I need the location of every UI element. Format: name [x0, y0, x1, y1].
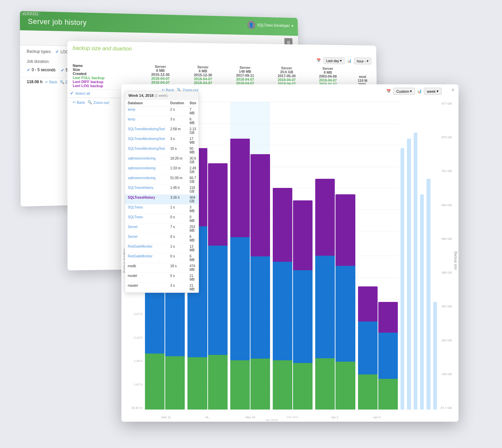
tooltip-row-11-dur: 1 s: [168, 204, 187, 214]
user-avatar: 👤: [247, 21, 256, 29]
tooltip-row-5-db: SQLTreeoMonitoringTest: [125, 146, 168, 156]
size-label-8: 195 GB: [437, 372, 452, 376]
tooltip-row-12-db: SQLTreeo: [125, 214, 168, 224]
size-label-7: 293 GB: [437, 339, 452, 342]
tooltip-row-18-db: model: [125, 273, 168, 283]
bar-2b: [208, 163, 228, 410]
back-panel-title: Server job history: [28, 17, 87, 27]
tooltip-col-duration: Duration: [168, 100, 187, 107]
middle-zoom-btn[interactable]: 🔍 Zoom-out: [88, 100, 109, 105]
tooltip-row-14-db: Secret: [125, 234, 168, 244]
size-label-4: 586 GB: [437, 237, 452, 241]
tooltip-row-15-db: RedGateMonitor: [125, 244, 168, 253]
duration-0-5s[interactable]: ✔ 0 - 5 seconds: [27, 67, 55, 73]
y-label-13: 33:20 m: [127, 406, 142, 410]
tooltip-row-14-size: 6 MB: [187, 234, 199, 244]
bar-5a: [315, 179, 335, 410]
tooltip-row-2-db: temp: [125, 116, 168, 126]
calendar-icon: 📅: [316, 58, 321, 63]
tooltip-row-12-size: 0 MB: [187, 214, 199, 224]
tooltip-row-13-size: 253 MB: [187, 224, 199, 234]
size-axis-wrapper: Backup size: [453, 99, 459, 422]
tooltip-row-11-size: 3 MB: [187, 204, 199, 214]
tooltip-row-4-size: 17 MB: [187, 136, 199, 146]
bar-6b: [378, 302, 398, 410]
size-label-9: 97.7 GB: [437, 406, 452, 410]
tooltip-col-db: Database: [125, 100, 168, 107]
bar-group-5: [315, 102, 355, 410]
tooltip-row-11-db: SQLTreeo: [125, 204, 168, 214]
tooltip-row-3-dur: 2:58 m: [168, 126, 187, 136]
size-bar-6: [433, 302, 437, 410]
front-calendar-icon: 📅: [386, 89, 391, 93]
tooltip-popup: Week 14, 2018 (1 week) Database Duration…: [125, 91, 199, 293]
tooltip-row-18-dur: 5 s: [168, 273, 187, 283]
tooltip-row-17-dur: 18 s: [168, 263, 187, 273]
tooltip-row-9-dur: 1:45 h: [168, 185, 187, 195]
tooltip-row-17-size: 474 MB: [187, 263, 199, 273]
tooltip-row-6-size: 30.6 GB: [187, 156, 199, 165]
bar-4a: [273, 188, 292, 410]
user-label: SQLTreeo Developer: [257, 23, 290, 28]
tooltip-header: Week 14, 2018 (1 week): [125, 91, 199, 100]
bar-group-3[interactable]: [230, 102, 270, 410]
size-bar-5: [426, 179, 430, 410]
middle-back-icon: ↩: [73, 100, 76, 105]
bar-4b: [293, 200, 313, 410]
size-bar-2: [407, 139, 411, 410]
user-dropdown-icon[interactable]: ▾: [291, 24, 293, 28]
tooltip-row-2-size: 6 MB: [187, 116, 199, 126]
bar-5b: [335, 194, 355, 410]
size-label-2: 781 GB: [437, 169, 452, 173]
tooltip-row-9-size: 216 GB: [187, 185, 199, 195]
y-label-12: 1:07 h: [127, 383, 142, 386]
front-controls: 📅 Custom ▾ 📊 week ▾: [386, 88, 442, 95]
tooltip-row-8-dur: 51:00 m: [168, 175, 187, 185]
tooltip-row-10-db: SQLTreeoHistory: [125, 195, 168, 204]
bar-3b: [250, 154, 270, 410]
tooltip-row-8-size: 66.7 GB: [187, 175, 199, 185]
hours-value: 118.06 h: [27, 79, 42, 84]
size-label-6: 391 GB: [437, 305, 452, 308]
x-label-apr9: Apr 9: [356, 416, 398, 419]
week-dropdown[interactable]: week ▾: [424, 88, 442, 95]
tooltip-row-10-dur: 3:26 h: [168, 195, 187, 204]
tooltip-row-15-dur: 1 s: [168, 244, 187, 253]
tooltip-row-6-db: sqltreeomonitoring: [125, 156, 168, 165]
custom-dropdown[interactable]: Custom ▾: [393, 88, 415, 95]
back-btn[interactable]: ↩ Back: [45, 80, 57, 84]
close-btn[interactable]: ×: [451, 87, 454, 93]
user-badge: 👤 SQLTreeo Developer ▾: [247, 21, 293, 30]
backup-log-check[interactable]: ✔ LOG: [56, 49, 69, 54]
tooltip-row-16-size: 6 MB: [187, 253, 199, 263]
middle-back-btn[interactable]: ↩ Back: [73, 100, 85, 105]
tooltip-row-19-size: 21 MB: [187, 283, 199, 292]
duration-0-5s-label: 0 - 5 seconds: [32, 67, 56, 73]
bar-3a: [230, 139, 250, 410]
size-y-labels: 977 GB 879 GB 781 GB 684 GB 586 GB 488 G…: [437, 102, 452, 410]
tooltip-row-8-db: sqltreeomonitoring: [125, 175, 168, 185]
size-bars-inner: [401, 102, 437, 410]
tooltip-row-16-dur: 0 s: [168, 253, 187, 263]
bar-group-4: [273, 102, 313, 410]
x-label-mar12: Mar 12: [145, 416, 187, 419]
y-label-9: 2:47 h: [127, 312, 142, 316]
tooltip-row-7-dur: 1:33 m: [168, 165, 187, 175]
tooltip-row-6-dur: 18:26 m: [168, 156, 187, 165]
hour-dropdown[interactable]: hour - ▾: [354, 58, 372, 65]
tooltip-row-14-dur: 0 s: [168, 234, 187, 244]
tooltip-row-1-dur: 2 s: [168, 107, 187, 116]
x-label-mar2018: Mar 2018: [271, 416, 314, 419]
tooltip-row-2-dur: 3 s: [168, 116, 187, 126]
tooltip-row-1-db: temp: [125, 107, 168, 116]
tooltip-row-16-db: RedGateMonitor: [125, 253, 168, 263]
tooltip-row-9-db: SQLTreeoHistory: [125, 185, 168, 195]
middle-zoom-icon: 🔍: [88, 100, 92, 105]
size-label-1: 879 GB: [437, 136, 452, 139]
last-day-dropdown[interactable]: Last day ▾: [323, 57, 345, 64]
tooltip-row-4-db: SQLTreeoMonitoringTest: [125, 136, 168, 146]
tooltip-row-3-size: 2.13 GB: [187, 126, 199, 136]
version-badge: v1.0.0:211: [20, 11, 41, 17]
size-bars-area: 977 GB 879 GB 781 GB 684 GB 586 GB 488 G…: [399, 99, 453, 422]
x-label-m: M...: [187, 416, 229, 419]
